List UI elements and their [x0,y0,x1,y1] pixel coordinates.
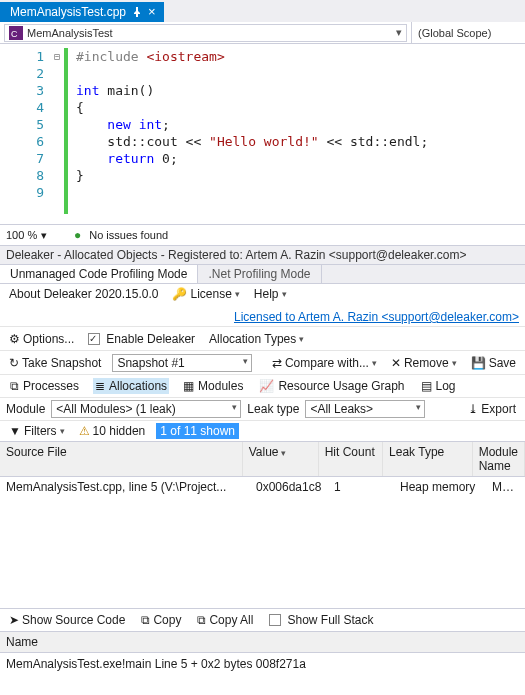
col-hit[interactable]: Hit Count [319,442,383,476]
check-icon: ● [74,228,81,242]
tab-log[interactable]: ▤Log [419,378,458,394]
tab-processes[interactable]: ⧉Processes [8,378,81,394]
save-icon: 💾 [471,356,486,370]
key-icon: 🔑 [172,287,187,301]
cell-module: MemAnalysisTest [486,480,525,494]
filters-button[interactable]: ▼Filters [6,423,68,439]
cell-value: 0x006da1c8 [250,480,328,494]
export-icon: ⤓ [468,402,478,416]
issues-text: No issues found [89,229,168,241]
module-label: Module [6,402,45,416]
tab-modules[interactable]: ▦Modules [181,378,245,394]
col-value[interactable]: Value ▾ [243,442,319,476]
scope-value: (Global Scope) [418,27,491,39]
svg-text:C: C [11,29,18,39]
fold-toggle[interactable]: ⊟ [50,48,64,65]
class-name: MemAnalysisTest [27,27,113,39]
chevron-down-icon: ▾ [396,26,402,39]
hidden-count[interactable]: ⚠10 hidden [76,423,149,439]
delete-icon: ✕ [391,356,401,370]
fold-gutter: ⊟ [50,44,64,224]
graph-icon: 📈 [259,379,274,393]
warning-icon: ⚠ [79,424,90,438]
show-source-button[interactable]: ➤Show Source Code [6,612,128,628]
line-gutter: 123 456 789 [0,44,50,224]
allocation-types-menu[interactable]: Allocation Types [206,331,307,347]
cell-source: MemAnalysisTest.cpp, line 5 (V:\Project.… [0,480,250,494]
grid-body: MemAnalysisTest.cpp, line 5 (V:\Project.… [0,477,525,608]
gear-icon: ⚙ [9,332,20,346]
copy-icon: ⧉ [141,613,150,627]
about-toolbar: About Deleaker 2020.15.0.0 🔑License Help… [0,284,525,327]
document-tabbar: MemAnalysisTest.cpp × [0,0,525,22]
checkbox-icon [88,333,100,345]
col-module[interactable]: Module Name [473,442,525,476]
chevron-down-icon: ▾ [41,229,47,242]
view-tabs: ⧉Processes ≣Allocations ▦Modules 📈Resour… [0,375,525,398]
remove-button[interactable]: ✕Remove [388,355,460,371]
tab-allocations[interactable]: ≣Allocations [93,378,169,394]
editor-status-bar: 100 %▾ ● No issues found [0,224,525,246]
cell-leak: Heap memory [394,480,486,494]
compare-button[interactable]: ⇄Compare with... [269,355,380,371]
copy-button[interactable]: ⧉Copy [138,612,184,628]
leak-type-selector[interactable]: <All Leaks> [305,400,425,418]
deleaker-panel: Deleaker - Allocated Objects - Registere… [0,246,525,695]
leak-type-label: Leak type [247,402,299,416]
tab-unmanaged[interactable]: Unmanaged Code Profiling Mode [0,265,198,283]
col-leak[interactable]: Leak Type [383,442,473,476]
code-area[interactable]: #include <iostream> int main() { new int… [68,44,525,224]
filter-row: ▼Filters ⚠10 hidden 1 of 11 shown [0,421,525,442]
snapshot-toolbar: ↻Take Snapshot Snapshot #1 ⇄Compare with… [0,351,525,375]
tab-dotnet[interactable]: .Net Profiling Mode [198,265,321,283]
close-icon[interactable]: × [148,7,156,17]
filter-icon: ▼ [9,424,21,438]
options-button[interactable]: ⚙Options... [6,331,77,347]
arrow-icon: ➤ [9,613,19,627]
stack-row[interactable]: MemAnalysisTest.exe!main Line 5 + 0x2 by… [0,653,525,695]
class-selector[interactable]: C MemAnalysisTest ▾ [4,24,407,42]
compare-icon: ⇄ [272,356,282,370]
help-menu[interactable]: Help [251,286,290,302]
save-button[interactable]: 💾Save [468,355,519,371]
allocation-icon: ≣ [95,379,105,393]
table-row[interactable]: MemAnalysisTest.cpp, line 5 (V:\Project.… [0,477,525,497]
copy-all-button[interactable]: ⧉Copy All [194,612,256,628]
pin-icon[interactable] [132,7,142,17]
module-icon: ▦ [183,379,194,393]
snapshot-selector[interactable]: Snapshot #1 [112,354,252,372]
module-selector[interactable]: <All Modules> (1 leak) [51,400,241,418]
profiling-mode-tabs: Unmanaged Code Profiling Mode .Net Profi… [0,265,525,284]
tab-title: MemAnalysisTest.cpp [10,5,126,19]
shown-count: 1 of 11 shown [156,423,239,439]
tab-resource-graph[interactable]: 📈Resource Usage Graph [257,378,406,394]
cpp-icon: C [9,26,23,40]
options-toolbar: ⚙Options... Enable Deleaker Allocation T… [0,327,525,351]
copy-all-icon: ⧉ [197,613,206,627]
enable-checkbox[interactable]: Enable Deleaker [85,331,198,347]
export-button[interactable]: ⤓Export [465,401,519,417]
cell-hit: 1 [328,480,394,494]
process-icon: ⧉ [10,379,19,393]
log-icon: ▤ [421,379,432,393]
module-filter-row: Module <All Modules> (1 leak) Leak type … [0,398,525,421]
scope-selector[interactable]: (Global Scope) [411,22,521,43]
stack-header[interactable]: Name [0,631,525,653]
document-tab[interactable]: MemAnalysisTest.cpp × [0,2,164,22]
panel-title: Deleaker - Allocated Objects - Registere… [0,246,525,265]
code-editor[interactable]: 123 456 789 ⊟ #include <iostream> int ma… [0,44,525,224]
license-menu[interactable]: 🔑License [169,286,242,302]
stack-line: MemAnalysisTest.exe!main Line 5 + 0x2 by… [6,657,306,671]
refresh-icon: ↻ [9,356,19,370]
about-button[interactable]: About Deleaker 2020.15.0.0 [6,286,161,302]
stack-toolbar: ➤Show Source Code ⧉Copy ⧉Copy All Show F… [0,608,525,631]
col-source[interactable]: Source File [0,442,243,476]
licensed-link[interactable]: Licensed to Artem A. Razin <support@dele… [234,310,519,324]
navigation-bar: C MemAnalysisTest ▾ (Global Scope) [0,22,525,44]
full-stack-checkbox[interactable]: Show Full Stack [266,612,376,628]
take-snapshot-button[interactable]: ↻Take Snapshot [6,355,104,371]
checkbox-icon [269,614,281,626]
zoom-selector[interactable]: 100 %▾ [6,229,66,242]
grid-header: Source File Value ▾ Hit Count Leak Type … [0,442,525,477]
